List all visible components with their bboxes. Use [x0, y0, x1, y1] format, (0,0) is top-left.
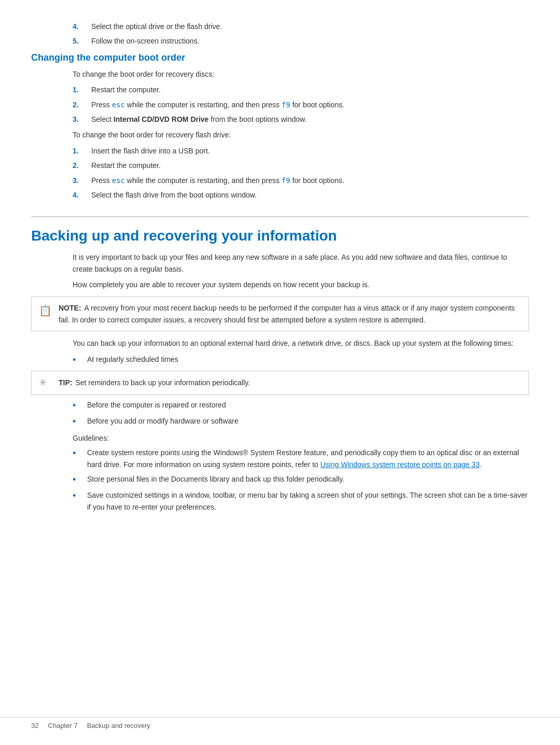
- section-backup: Backing up and recovering your informati…: [31, 216, 529, 513]
- guideline-1: • Create system restore points using the…: [73, 447, 529, 470]
- note-icon: 📋: [39, 302, 53, 319]
- flash-step-4: 4. Select the flash drive from the boot …: [73, 189, 529, 201]
- flash-step-3: 3. Press esc while the computer is resta…: [73, 175, 529, 186]
- disc-step-1: 1. Restart the computer.: [73, 84, 529, 95]
- flash-step-2: 2. Restart the computer.: [73, 160, 529, 171]
- tip-content: TIP:Set reminders to back up your inform…: [59, 377, 250, 388]
- intro-disc-text: To change the boot order for recovery di…: [73, 68, 529, 80]
- page-number: 32: [31, 722, 38, 729]
- backup-para2: How completely you are able to recover y…: [73, 279, 529, 290]
- disc-step-2: 2. Press esc while the computer is resta…: [73, 99, 529, 110]
- prev-item-4: 4. Select the optical drive or the flash…: [73, 21, 529, 32]
- backup-bullets-2: • Before the computer is repaired or res…: [73, 399, 529, 428]
- chapter-label: Chapter 7: [48, 722, 78, 729]
- f9-key: f9: [282, 101, 290, 109]
- dvd-drive-label: Internal CD/DVD ROM Drive: [114, 115, 209, 123]
- bullet-scheduled: • At regularly scheduled times: [73, 354, 529, 367]
- flash-step-1: 1. Insert the flash drive into a USB por…: [73, 145, 529, 157]
- intro-flash-text: To change the boot order for recovery fl…: [73, 129, 529, 140]
- section-boot-order: Changing the computer boot order To chan…: [31, 52, 529, 201]
- backup-para1: It is very important to back up your fil…: [73, 251, 529, 275]
- note-box: 📋 NOTE:A recovery from your most recent …: [31, 297, 529, 331]
- esc-key-2: esc: [112, 176, 125, 185]
- tip-icon: ✳: [39, 375, 53, 390]
- disc-step-3: 3. Select Internal CD/DVD ROM Drive from…: [73, 114, 529, 125]
- page-footer: 32 Chapter 7 Backup and recovery: [0, 717, 560, 729]
- guideline-2: • Store personal files in the Documents …: [73, 473, 529, 486]
- backup-bullets-1: • At regularly scheduled times: [73, 354, 529, 367]
- disc-steps-list: 1. Restart the computer. 2. Press esc wh…: [73, 84, 529, 125]
- flash-steps-list: 1. Insert the flash drive into a USB por…: [73, 145, 529, 201]
- tip-box: ✳ TIP:Set reminders to back up your info…: [31, 371, 529, 395]
- guideline-3: • Save customized settings in a window, …: [73, 489, 529, 513]
- guidelines-label: Guidelines:: [73, 432, 529, 444]
- prev-item-5: 5. Follow the on-screen instructions.: [73, 35, 529, 47]
- chapter-title: Backup and recovery: [87, 722, 150, 729]
- f9-key-2: f9: [282, 176, 290, 185]
- boot-order-heading: Changing the computer boot order: [31, 52, 529, 63]
- note-content: NOTE:A recovery from your most recent ba…: [59, 302, 521, 326]
- backup-para3: You can back up your information to an o…: [73, 338, 529, 349]
- bullet-hardware: • Before you add or modify hardware or s…: [73, 415, 529, 428]
- esc-key: esc: [112, 101, 125, 109]
- backup-heading: Backing up and recovering your informati…: [31, 216, 529, 244]
- restore-points-link[interactable]: Using Windows system restore points on p…: [320, 460, 480, 469]
- bullet-repaired: • Before the computer is repaired or res…: [73, 399, 529, 412]
- guidelines-list: • Create system restore points using the…: [73, 447, 529, 513]
